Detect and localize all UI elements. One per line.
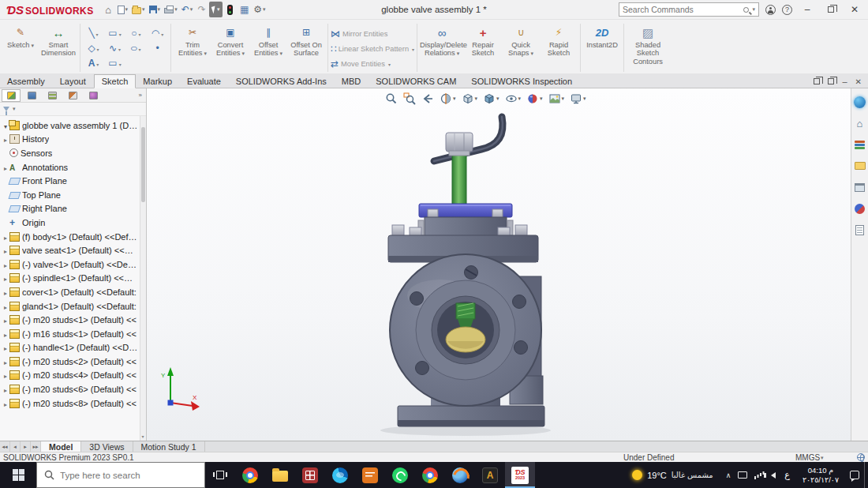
tree-item-front-plane[interactable]: Front Plane — [2, 174, 138, 188]
tree-item-m20-studs-8[interactable]: (-) m20 studs<8> (Default) << — [2, 396, 138, 411]
tree-item-m20-studs-1[interactable]: (-) m20 studs<1> (Default) << — [2, 313, 138, 327]
taskbar-clock[interactable]: 04:10 م ٢٠٢٥/١٢/٠٧ — [799, 466, 843, 485]
tree-item-cover[interactable]: cover<1> (Default) <<Default: — [2, 285, 138, 299]
ellipse-tool-button[interactable] — [125, 40, 147, 55]
tree-item-handle[interactable]: (-) handle<1> (Default) <<Def... — [2, 341, 138, 355]
tree-item-m16-studs-1[interactable]: (-) m16 studs<1> (Default) << — [2, 327, 138, 341]
section-view-button[interactable]: ▾ — [438, 90, 458, 107]
doc-restore-icon[interactable] — [814, 78, 820, 84]
display-style-button[interactable]: ▾ — [481, 90, 501, 107]
tab-mbd[interactable]: MBD — [335, 75, 369, 88]
taskbar-weather-widget[interactable]: 19°C مشمس غالبا — [624, 470, 721, 480]
previous-view-button[interactable] — [420, 90, 436, 107]
restore-button[interactable] — [822, 2, 840, 17]
3dexperience-button[interactable] — [853, 95, 867, 109]
scroll-down-arrow-icon[interactable]: ▾ — [140, 434, 146, 441]
tree-filter-row[interactable]: ▾ — [0, 103, 146, 116]
display-tray-icon[interactable] — [738, 471, 747, 479]
view-orientation-button[interactable]: ▾ — [460, 90, 480, 107]
tree-item-valve-seat[interactable]: valve seat<1> (Default) <<Def... — [2, 243, 138, 257]
tab-model[interactable]: Model — [41, 441, 81, 452]
arc-tool-button[interactable] — [147, 25, 168, 40]
tab-markup[interactable]: Markup — [136, 75, 180, 88]
line-tool-button[interactable] — [83, 25, 104, 40]
rectangle-tool-button[interactable] — [104, 25, 125, 40]
tab-sketch[interactable]: Sketch — [94, 74, 137, 88]
red-app-button[interactable] — [295, 462, 325, 488]
offset-entities-button[interactable]: Offset Entities — [249, 22, 287, 73]
trim-entities-button[interactable]: Trim Entities — [174, 22, 211, 73]
tree-scrollbar[interactable]: ▾ — [140, 116, 146, 441]
tree-item-history[interactable]: History — [2, 133, 138, 147]
firefox-app-button[interactable] — [445, 462, 475, 488]
tab-assembly[interactable]: Assembly — [0, 75, 53, 88]
displaymanager-tab[interactable] — [84, 89, 103, 102]
user-account-icon[interactable] — [765, 5, 776, 15]
featuremanager-tab[interactable] — [2, 89, 21, 102]
doc-close-icon[interactable]: ✕ — [855, 77, 862, 86]
doc-cascade-icon[interactable] — [828, 78, 834, 84]
file-explorer-app-button[interactable] — [265, 462, 295, 488]
tree-item-origin[interactable]: Origin — [2, 216, 138, 230]
convert-entities-button[interactable]: Convert Entities — [211, 22, 249, 73]
view-settings-button[interactable]: ▾ — [568, 90, 588, 107]
scroll-tabs-right-button[interactable]: ▸ — [21, 441, 31, 452]
file-explorer-button[interactable] — [853, 159, 867, 173]
tab-solidworks-inspection[interactable]: SOLIDWORKS Inspection — [464, 75, 580, 88]
graphics-viewport[interactable]: Y X ▾ ▾ ▾ ▾ — [147, 88, 851, 441]
undo-button[interactable]: ▾ — [180, 2, 195, 17]
instant2d-button[interactable]: 2D Instant2D — [583, 22, 621, 73]
tree-item-m20-studs-6[interactable]: (-) m20 studs<6> (Default) << — [2, 382, 138, 396]
repair-sketch-button[interactable]: Repair Sketch — [464, 22, 502, 73]
doc-minimize-icon[interactable]: – — [842, 77, 847, 86]
tree-item-right-plane[interactable]: Right Plane — [2, 202, 138, 216]
globe-icon[interactable] — [857, 453, 865, 461]
valve-3d-model[interactable]: Y X — [147, 88, 851, 441]
language-indicator[interactable]: ع — [783, 470, 791, 480]
taskbar-search-box[interactable] — [36, 462, 205, 488]
task-view-button[interactable] — [205, 462, 235, 488]
command-search-input[interactable] — [623, 5, 741, 14]
volume-icon[interactable] — [771, 472, 776, 479]
hidden-icons-chevron[interactable]: ∧ — [726, 471, 731, 479]
redo-button[interactable] — [195, 2, 208, 17]
tab-layout[interactable]: Layout — [53, 75, 94, 88]
chrome-app-button[interactable] — [235, 462, 265, 488]
tab-motion-study-1[interactable]: Motion Study 1 — [133, 441, 205, 452]
tab-evaluate[interactable]: Evaluate — [180, 75, 229, 88]
custom-properties-button[interactable] — [853, 223, 867, 237]
tree-root-item[interactable]: globbe valve assembly 1 (Default) - — [2, 118, 138, 133]
chrome-app-button-2[interactable] — [415, 462, 445, 488]
edge-app-button[interactable] — [325, 462, 355, 488]
start-button[interactable] — [0, 462, 36, 488]
tree-item-m20-studs-4[interactable]: (-) m20 studs<4> (Default) << — [2, 369, 138, 383]
display-delete-relations-button[interactable]: Display/Delete Relations — [420, 22, 464, 73]
tree-item-body[interactable]: (f) body<1> (Default) <<Defau... — [2, 230, 138, 244]
tab-solidworks-addins[interactable]: SOLIDWORKS Add-Ins — [229, 75, 335, 88]
linear-sketch-pattern-button[interactable]: Linear Sketch Pattern — [331, 42, 414, 55]
command-search-box[interactable]: ▾ — [619, 2, 759, 17]
network-icon[interactable] — [754, 471, 764, 479]
polygon-tool-button[interactable] — [83, 40, 104, 55]
dimxpertmanager-tab[interactable] — [63, 89, 82, 102]
selection-filter-button[interactable] — [223, 2, 237, 17]
quick-snaps-button[interactable]: Quick Snaps — [502, 22, 540, 73]
select-tool-button[interactable]: ▾ — [209, 2, 223, 17]
slot-tool-button[interactable] — [104, 55, 125, 70]
save-button[interactable]: ▾ — [148, 2, 163, 17]
apply-scene-button[interactable]: ▾ — [547, 90, 567, 107]
tree-item-top-plane[interactable]: Top Plane — [2, 188, 138, 202]
propertymanager-tab[interactable] — [22, 89, 41, 102]
home-button[interactable] — [102, 2, 115, 17]
offset-on-surface-button[interactable]: Offset On Surface — [287, 22, 325, 73]
appearances-button[interactable] — [853, 201, 867, 216]
tab-3d-views[interactable]: 3D Views — [81, 441, 133, 452]
minimize-button[interactable]: – — [799, 2, 816, 17]
circle-tool-button[interactable] — [125, 25, 147, 40]
tree-item-spindle[interactable]: (-) spindle<1> (Default) <<Def... — [2, 272, 138, 286]
help-icon[interactable] — [782, 5, 792, 15]
shaded-sketch-contours-button[interactable]: Shaded Sketch Contours — [627, 22, 669, 73]
show-desktop-button[interactable] — [864, 462, 868, 488]
tree-item-annotations[interactable]: Annotations — [2, 160, 138, 175]
orange-app-button[interactable] — [355, 462, 385, 488]
